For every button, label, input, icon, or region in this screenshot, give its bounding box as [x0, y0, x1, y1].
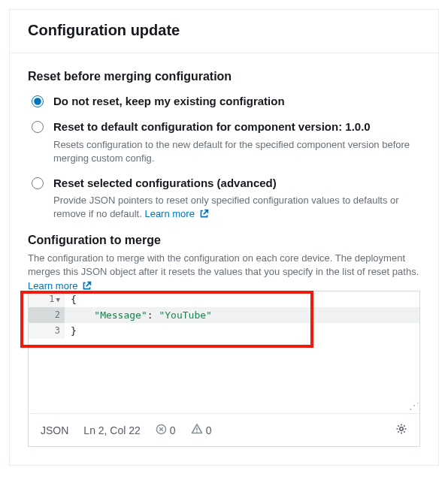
code-text-3[interactable]: } — [65, 323, 77, 339]
editor-wrap: 1▼{2 "Message": "YouTube"3} ⋰ JSON Ln 2,… — [28, 291, 420, 447]
config-update-panel: Configuration update Reset before mergin… — [9, 9, 439, 466]
code-area[interactable]: 1▼{2 "Message": "YouTube"3} — [29, 291, 419, 403]
external-link-icon — [199, 209, 209, 222]
status-lang[interactable]: JSON — [41, 424, 68, 436]
reset-section-title: Reset before merging configuration — [28, 70, 420, 83]
radio-desc-selected: Provide JSON pointers to reset only spec… — [53, 194, 420, 222]
radio-input-keep[interactable] — [32, 95, 44, 107]
radio-content-selected: Reset selected configurations (advanced)… — [53, 176, 420, 223]
radio-input-default[interactable] — [32, 121, 44, 133]
svg-point-2 — [196, 431, 198, 433]
learn-more-link-merge[interactable]: Learn more — [28, 280, 92, 291]
radio-input-selected[interactable] — [32, 177, 44, 189]
radio-desc-default: Resets configuration to the new default … — [53, 138, 420, 165]
radio-option-default[interactable]: Reset to default configuration for compo… — [28, 119, 420, 165]
gear-icon — [395, 423, 407, 437]
merge-section-desc: The configuration to merge with the conf… — [28, 252, 420, 296]
error-icon — [156, 424, 167, 437]
code-line-1[interactable]: 1▼{ — [29, 291, 419, 307]
status-errors-count: 0 — [170, 424, 176, 436]
merge-section-title: Configuration to merge — [28, 234, 420, 247]
svg-point-3 — [400, 427, 403, 430]
panel-body: Reset before merging configuration Do no… — [10, 53, 438, 465]
learn-more-text-reset: Learn more — [144, 208, 194, 219]
resize-handle-icon[interactable]: ⋰ — [29, 403, 419, 413]
learn-more-link-reset[interactable]: Learn more — [144, 208, 208, 219]
fold-toggle-icon[interactable]: ▼ — [56, 292, 60, 308]
reset-radio-group: Do not reset, keep my existing configrat… — [28, 94, 420, 223]
radio-label-selected: Reset selected configurations (advanced) — [53, 176, 420, 191]
editor-status-bar: JSON Ln 2, Col 22 0 0 — [29, 413, 419, 446]
radio-label-default: Reset to default configuration for compo… — [53, 119, 420, 134]
code-line-3[interactable]: 3} — [29, 323, 419, 339]
code-line-2[interactable]: 2 "Message": "YouTube" — [29, 307, 419, 323]
editor-settings-button[interactable] — [395, 423, 407, 437]
status-cursor-pos: Ln 2, Col 22 — [83, 424, 141, 436]
gutter-3: 3 — [29, 323, 65, 339]
radio-content-keep: Do not reset, keep my existing configrat… — [53, 94, 420, 109]
gutter-1: 1▼ — [29, 291, 65, 307]
radio-desc-selected-text: Provide JSON pointers to reset only spec… — [53, 195, 399, 219]
radio-content-default: Reset to default configuration for compo… — [53, 119, 420, 165]
panel-header: Configuration update — [10, 10, 438, 53]
gutter-2: 2 — [29, 307, 65, 323]
status-warnings[interactable]: 0 — [191, 423, 212, 437]
json-editor[interactable]: 1▼{2 "Message": "YouTube"3} ⋰ JSON Ln 2,… — [28, 291, 420, 447]
code-text-1[interactable]: { — [65, 291, 77, 307]
status-errors[interactable]: 0 — [156, 424, 176, 437]
status-warnings-count: 0 — [206, 424, 212, 436]
merge-desc-text: The configuration to merge with the conf… — [28, 252, 419, 278]
code-text-2[interactable]: "Message": "YouTube" — [65, 307, 212, 323]
radio-option-selected[interactable]: Reset selected configurations (advanced)… — [28, 176, 420, 223]
radio-option-keep[interactable]: Do not reset, keep my existing configrat… — [28, 94, 420, 109]
warning-icon — [191, 423, 203, 437]
radio-label-keep: Do not reset, keep my existing configrat… — [53, 94, 420, 109]
page-title: Configuration update — [28, 22, 420, 39]
learn-more-text-merge: Learn more — [28, 280, 77, 291]
